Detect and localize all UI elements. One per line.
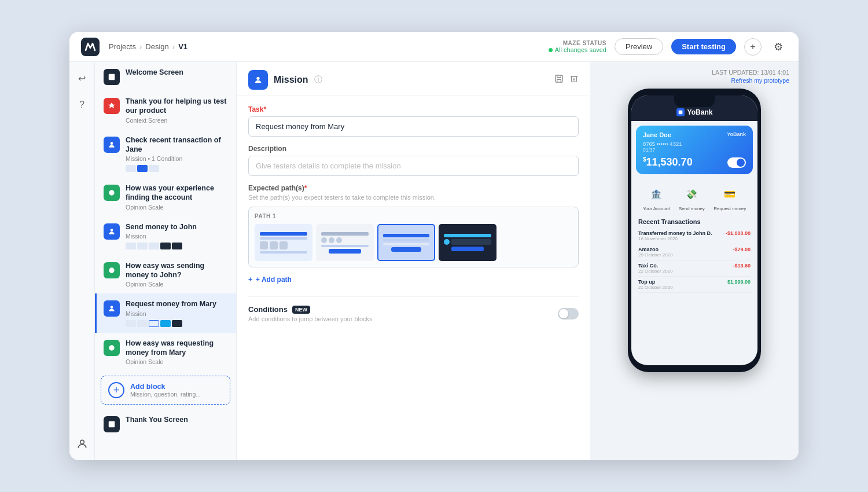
breadcrumb: Projects › Design › V1 [109,42,187,51]
sidebar-title-check-transaction: Check recent transaction of Jane [126,135,229,155]
svg-rect-14 [109,421,115,428]
sidebar: Welcome Screen Thank you for helping us … [95,62,237,460]
svg-point-12 [110,346,111,347]
txn-name-3: Top up [638,279,673,285]
request-money-label: Request money [713,206,746,211]
add-path-button[interactable]: + + Add path [248,273,579,286]
thumb [149,165,159,172]
settings-button[interactable]: ⚙ [770,38,787,56]
sidebar-item-opinion-1[interactable]: How was your experience finding the acco… [95,178,236,216]
phone-action-request[interactable]: 💳 Request money [713,183,746,211]
sidebar-item-send-money[interactable]: Send money to John Mission [95,216,236,255]
conditions-toggle[interactable] [558,308,579,320]
phone-notch [674,96,715,107]
nav-back-icon[interactable]: ↩ [73,69,91,87]
start-testing-button[interactable]: Start testing [671,39,736,54]
txn-amount-2: -$13.60 [733,263,751,269]
thumb [137,165,148,172]
right-panel: LAST UPDATED: 13/01 4:01 Refresh my prot… [590,62,799,460]
panel-info-icon[interactable]: ⓘ [314,75,322,85]
path-screen-3[interactable] [377,224,435,261]
sidebar-item-welcome[interactable]: Welcome Screen [95,62,236,91]
account-label: Your Account [643,206,670,211]
thumb [160,243,171,249]
svg-point-9 [112,269,113,270]
path-screen-1[interactable] [255,224,312,261]
card-balance: $11,530.70 [643,156,693,168]
svg-point-7 [109,267,114,273]
task-input[interactable] [248,116,579,137]
svg-point-8 [110,269,111,270]
saved-dot [549,48,553,52]
add-block-sub: Mission, question, rating... [130,391,201,398]
sidebar-title-thankyou: Thank You Screen [126,415,229,424]
preview-button[interactable]: Preview [615,38,663,55]
path-screen-4[interactable] [439,224,496,261]
svg-point-11 [109,345,114,350]
panel-header-icon [248,70,268,90]
sidebar-icon-thank-help [104,98,120,114]
breadcrumb-projects[interactable]: Projects [109,42,136,51]
sidebar-title-opinion-2: How easy was sending money to John? [126,261,229,280]
add-button[interactable]: + [744,38,762,56]
sidebar-sub-thank-help: Context Screen [126,117,229,124]
logo [81,38,100,56]
top-bar: Projects › Design › V1 MAZE STATUS All c… [69,32,799,62]
svg-point-10 [111,306,113,309]
sidebar-sub-send-money: Mission [126,233,229,240]
sidebar-item-check-transaction[interactable]: Check recent transaction of Jane Mission… [95,130,236,178]
svg-point-5 [112,192,113,193]
sidebar-content-check-transaction: Check recent transaction of Jane Mission… [126,135,229,172]
sidebar-item-opinion-3[interactable]: How easy was requesting money from Mary … [95,333,236,372]
sidebar-sub-opinion-1: Opinion Scale [126,204,229,211]
path-box: PATH 1 [248,207,579,267]
description-input[interactable] [248,156,579,176]
thumb [126,320,136,327]
send-money-icon: 💸 [681,183,702,204]
sidebar-title-send-money: Send money to John [126,222,229,232]
path-screens [255,224,572,261]
nav-user-icon[interactable] [73,435,91,453]
phone-action-account[interactable]: 🏦 Your Account [643,183,670,211]
refresh-link[interactable]: Refresh my prototype [731,77,789,84]
toggle-knob [559,309,568,318]
phone-mockup: YoBank Jane Doe YoBank 8765 •••••• 4321 … [628,89,761,372]
sidebar-item-thankyou[interactable]: Thank You Screen [95,409,236,438]
svg-rect-17 [678,111,682,115]
phone-action-send[interactable]: 💸 Send money [679,183,705,211]
sidebar-title-welcome: Welcome Screen [126,68,229,77]
txn-info-3: Top up 21 October 2020 [638,279,673,290]
sidebar-icon-opinion-3 [104,340,120,356]
sidebar-item-request-money[interactable]: Request money from Mary Mission [95,293,236,332]
panel-header-actions [554,74,579,86]
breadcrumb-design[interactable]: Design [145,42,168,51]
transaction-item-3: Top up 21 October 2020 $1,999.00 [638,277,751,293]
svg-point-0 [80,440,84,444]
thumb [137,320,148,327]
svg-point-13 [112,346,113,347]
sidebar-item-opinion-2[interactable]: How easy was sending money to John? Opin… [95,255,236,294]
maze-status-saved: All changes saved [549,46,606,53]
nav-help-icon[interactable]: ? [73,96,91,114]
path-label: PATH 1 [255,213,572,219]
transaction-item-0: Transferred money to John D. 16 November… [638,228,751,244]
phone-actions: 🏦 Your Account 💸 Send money 💳 Request mo… [631,179,757,216]
card-toggle[interactable] [727,157,746,168]
sidebar-item-thank-help[interactable]: Thank you for helping us test our produc… [95,91,236,130]
svg-point-3 [109,190,114,195]
panel-save-icon[interactable] [554,74,564,86]
add-block-plus-icon: + [108,382,124,398]
conditions-sub: Add conditions to jump between your bloc… [248,315,373,322]
card-expiry: 01/37 [643,147,746,153]
sidebar-icon-welcome [104,69,120,85]
thumb [160,320,171,327]
panel-delete-icon[interactable] [569,74,579,86]
thumb [149,243,159,249]
path-screen-2[interactable] [316,224,374,261]
sidebar-title-thank-help: Thank you for helping us test our produc… [126,97,229,116]
add-block-item[interactable]: + Add block Mission, question, rating... [101,376,230,405]
svg-point-6 [111,229,113,232]
card-toggle-knob [737,159,745,167]
txn-date-1: 29 October 2020 [638,252,673,258]
left-nav: ↩ ? [69,62,95,460]
